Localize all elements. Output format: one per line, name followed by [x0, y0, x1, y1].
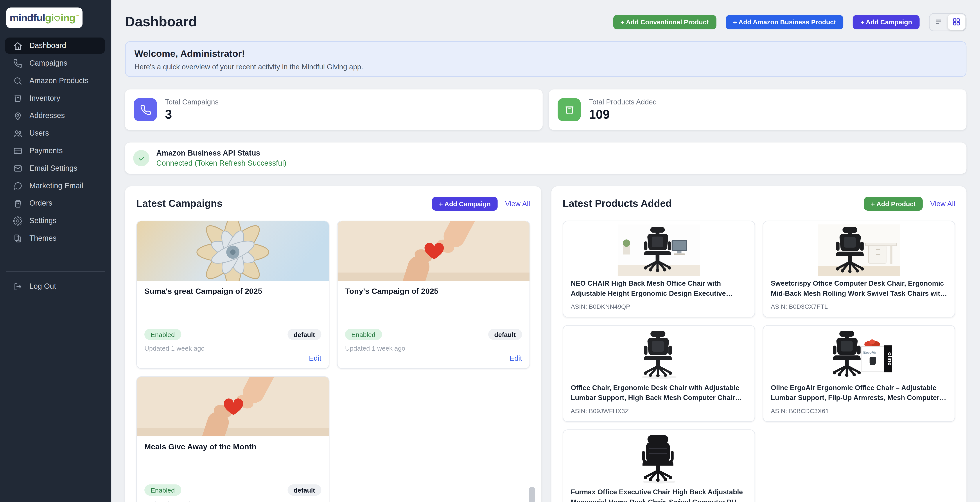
- grid-view-button[interactable]: [948, 14, 965, 30]
- pin-icon: [13, 111, 22, 121]
- welcome-title: Welcome, Administrator!: [135, 48, 957, 59]
- add-campaign-button[interactable]: + Add Campaign: [432, 197, 498, 211]
- edit-link[interactable]: Edit: [309, 354, 321, 362]
- sidebar-item-label: Addresses: [29, 111, 65, 120]
- campaign-card[interactable]: Tony's Campaign of 2025 Enabled default …: [337, 221, 530, 369]
- product-asin: ASIN: B09JWFHX3Z: [571, 407, 747, 414]
- page-title: Dashboard: [125, 14, 197, 30]
- sidebar-nav: Dashboard Campaigns Amazon Products Inve…: [0, 36, 111, 246]
- sidebar-item-inventory[interactable]: Inventory: [5, 90, 105, 106]
- latest-campaigns-panel: Latest Campaigns + Add Campaign View All…: [125, 186, 541, 502]
- sidebar-item-payments[interactable]: Payments: [5, 143, 105, 159]
- logo-trademark: ™: [76, 14, 79, 18]
- gear-icon: [13, 216, 22, 225]
- list-view-button[interactable]: [930, 14, 948, 30]
- sweetcrispy-chair-photo: [763, 221, 955, 276]
- inventory-icon-badge: [558, 98, 581, 121]
- sidebar-item-email-settings[interactable]: Email Settings: [5, 160, 105, 176]
- campaigns-panel-header: Latest Campaigns + Add Campaign View All: [136, 194, 530, 213]
- heart-icon: [53, 14, 61, 22]
- flower-photo: [137, 221, 329, 281]
- sidebar-item-themes[interactable]: Themes: [5, 230, 105, 246]
- stat-value: 3: [165, 107, 218, 122]
- inventory-icon: [563, 104, 575, 115]
- app-logo[interactable]: mindfulgiing™: [6, 8, 83, 28]
- welcome-banner: Welcome, Administrator! Here's a quick o…: [125, 41, 967, 77]
- edit-link[interactable]: Edit: [509, 354, 522, 362]
- mesh-chair-photo: [563, 326, 755, 381]
- campaign-title: Suma's great Campaign of 2025: [145, 287, 321, 296]
- sidebar-item-label: Users: [29, 129, 49, 138]
- sidebar-item-amazon-products[interactable]: Amazon Products: [5, 72, 105, 89]
- api-status-value: Connected (Token Refresh Successful): [156, 159, 286, 168]
- product-title: Furmax Office Executive Chair High Back …: [571, 488, 747, 502]
- sidebar-item-dashboard[interactable]: Dashboard: [5, 38, 105, 54]
- inventory-icon: [13, 94, 22, 103]
- product-title: Oline ErgoAir Ergonomic Office Chair – A…: [771, 383, 947, 403]
- sidebar-item-label: Inventory: [29, 94, 60, 102]
- api-status-title: Amazon Business API Status: [156, 149, 286, 157]
- updated-timestamp: Updated 1 week ago: [145, 500, 321, 502]
- credit-card-icon: [13, 146, 22, 155]
- product-card[interactable]: NEO CHAIR High Back Mesh Office Chair wi…: [563, 221, 755, 318]
- updated-timestamp: Updated 1 week ago: [345, 345, 522, 352]
- sidebar-item-marketing-email[interactable]: Marketing Email: [5, 178, 105, 194]
- list-view-icon: [935, 17, 943, 26]
- add-conventional-product-button[interactable]: + Add Conventional Product: [613, 15, 716, 29]
- status-badge: Enabled: [145, 485, 181, 496]
- product-card[interactable]: Office Chair, Ergonomic Desk Chair with …: [563, 325, 755, 422]
- neo-chair-photo: [563, 221, 755, 276]
- oline-chair-photo: oline ErgoAir: [763, 326, 955, 381]
- furmax-chair-photo: [563, 430, 755, 485]
- dashboard-page: mindfulgiing™ Dashboard Campaigns Amazon…: [0, 0, 980, 502]
- check-icon: [137, 154, 145, 162]
- sidebar-divider: [6, 271, 105, 272]
- product-asin: ASIN: B0BCDC3X61: [771, 407, 947, 414]
- logo-part-mindful: mindful: [10, 12, 45, 24]
- products-view-all-link[interactable]: View All: [930, 200, 955, 208]
- stat-value: 109: [589, 107, 657, 122]
- sidebar-item-settings[interactable]: Settings: [5, 213, 105, 229]
- themes-icon: [13, 234, 22, 243]
- sidebar-item-users[interactable]: Users: [5, 125, 105, 141]
- welcome-subtitle: Here's a quick overview of your recent a…: [135, 63, 957, 71]
- products-panel-actions: + Add Product View All: [864, 197, 955, 211]
- product-card[interactable]: oline ErgoAir Oline ErgoAir Ergonomic Of…: [763, 325, 955, 422]
- product-card[interactable]: Sweetcrispy Office Computer Desk Chair, …: [763, 221, 955, 318]
- product-asin: ASIN: B0DKNN49QP: [571, 303, 747, 310]
- hands-heart-photo: [137, 377, 329, 437]
- scrollbar-thumb[interactable]: [529, 487, 535, 502]
- logo-text: mindfulgiing™: [10, 12, 79, 24]
- sidebar-item-log-out[interactable]: Log Out: [5, 278, 105, 294]
- campaign-card[interactable]: Meals Give Away of the Month Enabled def…: [136, 376, 329, 502]
- hands-heart-photo: [337, 221, 530, 281]
- product-title: NEO CHAIR High Back Mesh Office Chair wi…: [571, 279, 747, 299]
- view-mode-toggle: [929, 13, 966, 31]
- product-card[interactable]: Furmax Office Executive Chair High Back …: [563, 429, 755, 502]
- sidebar-item-label: Themes: [29, 234, 57, 243]
- bag-icon: [13, 199, 22, 208]
- logo-part-gi: gi: [45, 12, 54, 24]
- phone-icon: [140, 104, 151, 115]
- svg-text:ErgoAir: ErgoAir: [863, 350, 877, 354]
- campaign-card[interactable]: Suma's great Campaign of 2025 Enabled de…: [136, 221, 329, 369]
- api-status-card: Amazon Business API Status Connected (To…: [125, 143, 967, 174]
- topbar: Dashboard + Add Conventional Product+ Ad…: [125, 4, 967, 40]
- add-amazon-business-product-button[interactable]: + Add Amazon Business Product: [725, 15, 843, 29]
- users-icon: [13, 128, 22, 138]
- campaign-title: Meals Give Away of the Month: [145, 443, 321, 451]
- updated-timestamp: Updated 1 week ago: [145, 345, 321, 352]
- phone-icon: [13, 58, 22, 68]
- sidebar-item-addresses[interactable]: Addresses: [5, 108, 105, 124]
- sidebar-item-label: Settings: [29, 216, 57, 225]
- sidebar-item-label: Dashboard: [29, 41, 66, 50]
- logo-part-ing: ing: [60, 12, 75, 24]
- campaigns-view-all-link[interactable]: View All: [505, 200, 530, 208]
- add-campaign-button[interactable]: + Add Campaign: [853, 15, 920, 29]
- sidebar-item-orders[interactable]: Orders: [5, 195, 105, 211]
- product-title: Sweetcrispy Office Computer Desk Chair, …: [771, 279, 947, 299]
- stat-card-total-campaigns: Total Campaigns 3: [125, 89, 542, 130]
- sidebar-item-campaigns[interactable]: Campaigns: [5, 55, 105, 71]
- add-product-button[interactable]: + Add Product: [864, 197, 923, 211]
- product-cards-grid: NEO CHAIR High Back Mesh Office Chair wi…: [563, 221, 955, 502]
